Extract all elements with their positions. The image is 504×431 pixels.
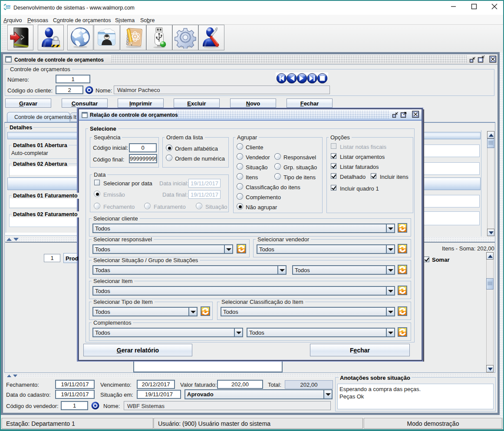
svg-text:WM: WM xyxy=(6,5,10,7)
